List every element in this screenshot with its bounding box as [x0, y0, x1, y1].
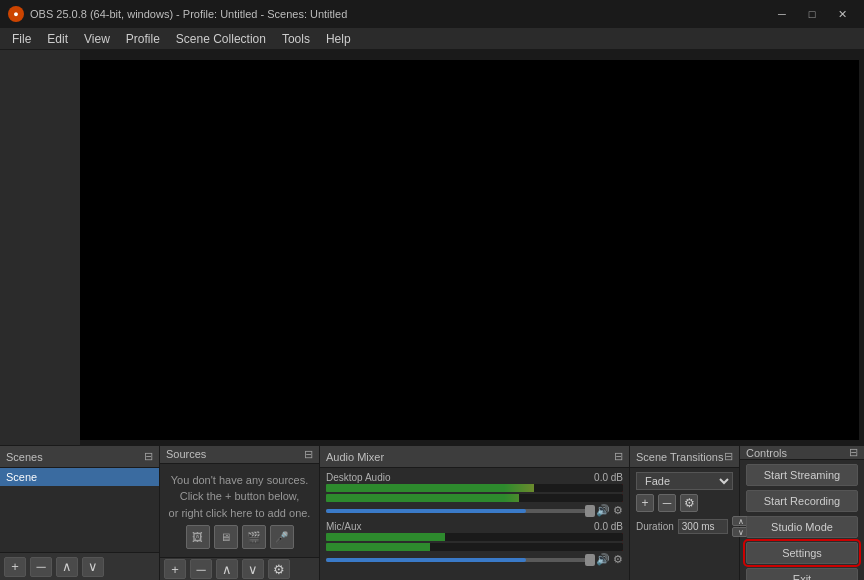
controls-collapse-icon[interactable]: ⊟	[849, 446, 858, 459]
sources-down-button[interactable]: ∨	[242, 559, 264, 579]
desktop-audio-label-row: Desktop Audio 0.0 dB	[326, 472, 623, 483]
sources-up-button[interactable]: ∧	[216, 559, 238, 579]
sources-empty-line1: You don't have any sources.	[171, 472, 308, 489]
window-controls: ─ □ ✕	[768, 4, 856, 24]
duration-input[interactable]	[678, 519, 728, 534]
app-icon: ●	[8, 6, 24, 22]
controls-panel-title: Controls	[746, 447, 787, 459]
scene-transitions-panel-header: Scene Transitions ⊟	[630, 446, 739, 468]
scene-transitions-collapse-icon[interactable]: ⊟	[724, 450, 733, 463]
start-recording-button[interactable]: Start Recording	[746, 490, 858, 512]
scene-item[interactable]: Scene	[0, 468, 159, 486]
menu-item-edit[interactable]: Edit	[39, 30, 76, 48]
scenes-remove-button[interactable]: ─	[30, 557, 52, 577]
scenes-up-button[interactable]: ∧	[56, 557, 78, 577]
menu-item-help[interactable]: Help	[318, 30, 359, 48]
scenes-panel-title: Scenes	[6, 451, 43, 463]
exit-button[interactable]: Exit	[746, 568, 858, 580]
mic-aux-channel: Mic/Aux 0.0 dB 🔊	[326, 521, 623, 566]
scenes-toolbar: + ─ ∧ ∨	[0, 552, 159, 580]
audio-mixer-panel-title: Audio Mixer	[326, 451, 384, 463]
sources-add-button[interactable]: +	[164, 559, 186, 579]
mic-aux-meter2	[326, 543, 623, 551]
mic-aux-label: Mic/Aux	[326, 521, 362, 532]
desktop-audio-settings-icon[interactable]: ⚙	[613, 504, 623, 517]
source-type-icons: 🖼 🖥 🎬 🎤	[186, 525, 294, 549]
main-preview	[0, 50, 864, 445]
menu-item-tools[interactable]: Tools	[274, 30, 318, 48]
mic-aux-slider-row: 🔊 ⚙	[326, 553, 623, 566]
sources-panel-body[interactable]: You don't have any sources. Click the + …	[160, 464, 319, 558]
mic-aux-db: 0.0 dB	[594, 521, 623, 532]
title-bar-left: ● OBS 25.0.8 (64-bit, windows) - Profile…	[8, 6, 347, 22]
menu-item-view[interactable]: View	[76, 30, 118, 48]
desktop-audio-meter-level2	[519, 494, 623, 502]
title-bar: ● OBS 25.0.8 (64-bit, windows) - Profile…	[0, 0, 864, 28]
sources-gear-button[interactable]: ⚙	[268, 559, 290, 579]
controls-panel-header: Controls ⊟	[740, 446, 864, 460]
controls-panel: Controls ⊟ Start Streaming Start Recordi…	[740, 446, 864, 580]
mic-aux-meter-level	[445, 533, 623, 541]
scenes-panel: Scenes ⊟ Scene + ─ ∧ ∨	[0, 446, 160, 580]
studio-mode-button[interactable]: Studio Mode	[746, 516, 858, 538]
restore-button[interactable]: □	[798, 4, 826, 24]
minimize-button[interactable]: ─	[768, 4, 796, 24]
audio-mixer-panel-body: Desktop Audio 0.0 dB	[320, 468, 629, 580]
source-icon-video: 🎬	[242, 525, 266, 549]
sources-collapse-icon[interactable]: ⊟	[304, 448, 313, 461]
title-text: OBS 25.0.8 (64-bit, windows) - Profile: …	[30, 8, 347, 20]
sources-toolbar: + ─ ∧ ∨ ⚙	[160, 557, 319, 580]
start-streaming-button[interactable]: Start Streaming	[746, 464, 858, 486]
menu-item-file[interactable]: File	[4, 30, 39, 48]
scene-transitions-panel-body: Fade + ─ ⚙ Duration ∧ ∨	[630, 468, 739, 580]
desktop-audio-db: 0.0 dB	[594, 472, 623, 483]
preview-canvas	[80, 60, 859, 440]
mic-aux-meter	[326, 533, 623, 541]
transition-remove-button[interactable]: ─	[658, 494, 676, 512]
sources-remove-button[interactable]: ─	[190, 559, 212, 579]
menu-bar: FileEditViewProfileScene CollectionTools…	[0, 28, 864, 50]
scenes-panel-body: Scene	[0, 468, 159, 552]
sources-panel: Sources ⊟ You don't have any sources. Cl…	[160, 446, 320, 580]
sources-empty-line3: or right click here to add one.	[169, 505, 311, 522]
desktop-audio-volume-icon[interactable]: 🔊	[596, 504, 610, 517]
scenes-down-button[interactable]: ∨	[82, 557, 104, 577]
sources-panel-title: Sources	[166, 448, 206, 460]
mic-aux-volume-icon[interactable]: 🔊	[596, 553, 610, 566]
settings-button[interactable]: Settings	[746, 542, 858, 564]
audio-mixer-panel-header: Audio Mixer ⊟	[320, 446, 629, 468]
audio-mixer-panel: Audio Mixer ⊟ Desktop Audio 0.0 dB	[320, 446, 630, 580]
audio-mixer-collapse-icon[interactable]: ⊟	[614, 450, 623, 463]
close-button[interactable]: ✕	[828, 4, 856, 24]
menu-item-profile[interactable]: Profile	[118, 30, 168, 48]
desktop-audio-label: Desktop Audio	[326, 472, 391, 483]
desktop-audio-meter-level	[534, 484, 623, 492]
desktop-audio-meter	[326, 484, 623, 492]
scene-transitions-panel: Scene Transitions ⊟ Fade + ─ ⚙ Duration …	[630, 446, 740, 580]
bottom-panels: Scenes ⊟ Scene + ─ ∧ ∨ Sources ⊟ You don…	[0, 445, 864, 580]
scenes-panel-header: Scenes ⊟	[0, 446, 159, 468]
desktop-audio-meter2	[326, 494, 623, 502]
desktop-audio-slider-thumb[interactable]	[585, 505, 595, 517]
source-icon-image: 🖼	[186, 525, 210, 549]
controls-panel-body: Start Streaming Start Recording Studio M…	[740, 460, 864, 580]
mic-aux-meter-level2	[430, 543, 623, 551]
mic-aux-settings-icon[interactable]: ⚙	[613, 553, 623, 566]
menu-item-scene-collection[interactable]: Scene Collection	[168, 30, 274, 48]
scenes-add-button[interactable]: +	[4, 557, 26, 577]
duration-label: Duration	[636, 521, 674, 532]
transition-gear-button[interactable]: ⚙	[680, 494, 698, 512]
transition-type-select[interactable]: Fade	[636, 472, 733, 490]
transition-duration-row: Duration ∧ ∨	[636, 516, 733, 537]
mic-aux-slider-fill	[326, 558, 526, 562]
transition-add-button[interactable]: +	[636, 494, 654, 512]
desktop-audio-channel: Desktop Audio 0.0 dB	[326, 472, 623, 517]
desktop-audio-slider-row: 🔊 ⚙	[326, 504, 623, 517]
left-side-background	[0, 50, 80, 445]
mic-aux-slider-thumb[interactable]	[585, 554, 595, 566]
scenes-collapse-icon[interactable]: ⊟	[144, 450, 153, 463]
scene-transitions-panel-title: Scene Transitions	[636, 451, 723, 463]
transition-add-remove-row: + ─ ⚙	[636, 494, 733, 512]
desktop-audio-slider[interactable]	[326, 509, 592, 513]
mic-aux-slider[interactable]	[326, 558, 592, 562]
